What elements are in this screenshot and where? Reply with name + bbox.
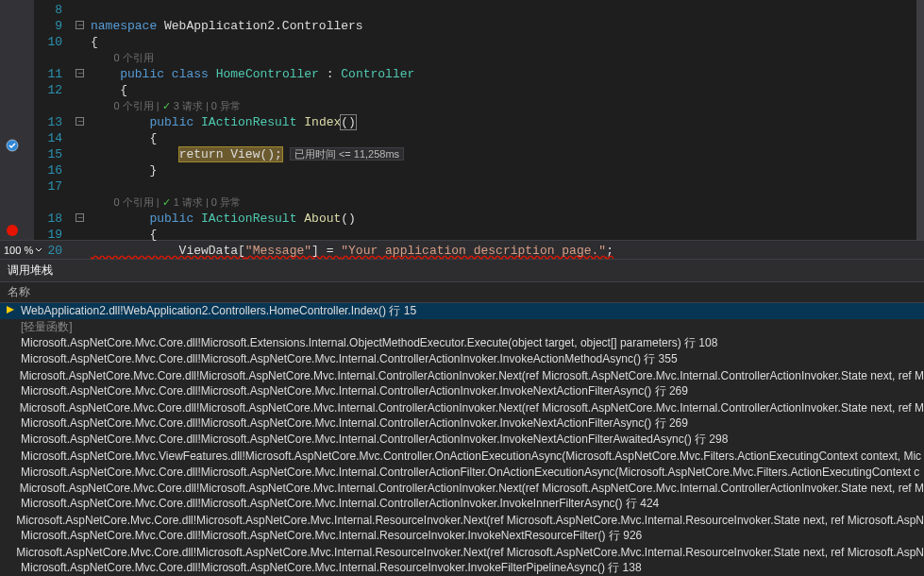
codelens-indicator[interactable]: 0 个引用 | ✓ 1 请求 | 0 异常	[91, 195, 924, 211]
intellitrace-icon[interactable]	[6, 139, 19, 152]
callstack-frame-text: Microsoft.AspNetCore.Mvc.Core.dll!Micros…	[19, 383, 688, 399]
code-line[interactable]: public IActionResult Index()	[91, 114, 924, 130]
callstack-frame-text: Microsoft.AspNetCore.Mvc.Core.dll!Micros…	[18, 401, 924, 415]
callstack-frame[interactable]: Microsoft.AspNetCore.Mvc.Core.dll!Micros…	[0, 480, 924, 496]
line-number	[34, 98, 62, 114]
callstack-frame-text: Microsoft.AspNetCore.Mvc.Core.dll!Micros…	[18, 482, 924, 495]
callstack-frame[interactable]: Microsoft.AspNetCore.Mvc.Core.dll!Micros…	[0, 560, 924, 576]
callstack-frame[interactable]: Microsoft.AspNetCore.Mvc.Core.dll!Micros…	[0, 383, 924, 399]
callstack-frame-text: WebApplication2.dll!WebApplication2.Cont…	[19, 303, 416, 319]
code-line[interactable]: namespace WebApplication2.Controllers	[91, 18, 924, 34]
code-line[interactable]: return View();已用时间 <= 11,258ms	[91, 146, 924, 162]
callstack-frame-text: [轻量函数]	[19, 319, 73, 335]
code-line[interactable]: {	[91, 82, 924, 98]
callstack-frame-text: Microsoft.AspNetCore.Mvc.Core.dll!Micros…	[19, 432, 728, 448]
callstack-frame-text: Microsoft.AspNetCore.Mvc.Core.dll!Micros…	[19, 415, 688, 432]
callstack-frame[interactable]: Microsoft.AspNetCore.Mvc.Core.dll!Micros…	[0, 367, 924, 383]
outline-collapse-icon[interactable]	[76, 117, 84, 126]
code-line[interactable]: {	[91, 227, 924, 243]
line-number: 19	[34, 227, 62, 243]
callstack-frame[interactable]: Microsoft.AspNetCore.Mvc.Core.dll!Micros…	[0, 528, 924, 544]
line-number: 14	[34, 130, 62, 146]
callstack-frame-text: Microsoft.AspNetCore.Mvc.Core.dll!Micros…	[19, 560, 642, 576]
callstack-frame[interactable]: Microsoft.AspNetCore.Mvc.Core.dll!Micros…	[0, 496, 924, 512]
line-number	[34, 50, 62, 66]
code-line[interactable]: public class HomeController : Controller	[91, 66, 924, 82]
line-number: 13	[34, 114, 62, 130]
current-frame-arrow-icon	[2, 304, 19, 318]
callstack-frame[interactable]: Microsoft.AspNetCore.Mvc.Core.dll!Micros…	[0, 464, 924, 480]
code-line[interactable]: public IActionResult About()	[91, 211, 924, 227]
callstack-frame-text: Microsoft.AspNetCore.Mvc.Core.dll!Micros…	[18, 369, 924, 382]
callstack-frame[interactable]: WebApplication2.dll!WebApplication2.Cont…	[0, 303, 924, 319]
outline-collapse-icon[interactable]	[76, 69, 84, 77]
elapsed-time-tooltip[interactable]: 已用时间 <= 11,258ms	[290, 147, 404, 161]
line-number-gutter: 891011121314151617181920	[34, 0, 74, 240]
zoom-value: 100 %	[4, 245, 33, 256]
callstack-frame[interactable]: Microsoft.AspNetCore.Mvc.Core.dll!Micros…	[0, 351, 924, 367]
line-number: 10	[34, 34, 62, 50]
outline-collapse-icon[interactable]	[76, 213, 84, 222]
callstack-frame[interactable]: [轻量函数]	[0, 319, 924, 335]
callstack-frame-text: Microsoft.AspNetCore.Mvc.Core.dll!Micros…	[14, 514, 924, 527]
callstack-panel-title[interactable]: 调用堆栈	[0, 259, 924, 282]
outline-margin[interactable]	[74, 0, 91, 240]
code-line[interactable]: {	[91, 34, 924, 50]
codelens-indicator[interactable]: 0 个引用	[91, 50, 924, 66]
callstack-frame[interactable]: Microsoft.AspNetCore.Mvc.Core.dll!Micros…	[0, 399, 924, 415]
callstack-frame-text: Microsoft.AspNetCore.Mvc.Core.dll!Micros…	[19, 496, 659, 512]
vertical-scrollbar[interactable]	[916, 0, 924, 240]
callstack-frame[interactable]: Microsoft.AspNetCore.Mvc.Core.dll!Micros…	[0, 415, 924, 432]
line-number: 9	[34, 18, 62, 34]
callstack-frame[interactable]: Microsoft.AspNetCore.Mvc.ViewFeatures.dl…	[0, 448, 924, 464]
line-number: 15	[34, 146, 62, 162]
line-number	[34, 195, 62, 211]
callstack-frame-text: Microsoft.AspNetCore.Mvc.Core.dll!Micros…	[19, 528, 642, 544]
breakpoint-margin[interactable]	[0, 0, 34, 240]
callstack-frame[interactable]: Microsoft.AspNetCore.Mvc.Core.dll!Micros…	[0, 512, 924, 528]
line-number: 17	[34, 178, 62, 195]
callstack-frame-text: Microsoft.AspNetCore.Mvc.Core.dll!Micros…	[19, 351, 678, 367]
callstack-frame[interactable]: Microsoft.AspNetCore.Mvc.Core.dll!Micros…	[0, 335, 924, 351]
line-number: 16	[34, 162, 62, 178]
code-content[interactable]: namespace WebApplication2.Controllers{ 0…	[91, 0, 924, 240]
svg-point-1	[7, 225, 18, 236]
callstack-list[interactable]: WebApplication2.dll!WebApplication2.Cont…	[0, 303, 924, 576]
callstack-frame[interactable]: Microsoft.AspNetCore.Mvc.Core.dll!Micros…	[0, 544, 924, 560]
line-number: 11	[34, 66, 62, 82]
code-line[interactable]: {	[91, 130, 924, 146]
line-number: 8	[34, 2, 62, 18]
outline-collapse-icon[interactable]	[76, 21, 84, 29]
line-number: 12	[34, 82, 62, 98]
codelens-indicator[interactable]: 0 个引用 | ✓ 3 请求 | 0 异常	[91, 98, 924, 114]
code-line[interactable]: }	[91, 162, 924, 178]
code-line[interactable]	[91, 2, 924, 18]
line-number: 18	[34, 211, 62, 227]
code-editor[interactable]: 891011121314151617181920 namespace WebAp…	[0, 0, 924, 240]
code-line[interactable]: ViewData["Message"] = "Your application …	[91, 243, 924, 259]
callstack-column-header[interactable]: 名称	[0, 282, 924, 303]
breakpoint-icon[interactable]	[6, 224, 19, 237]
callstack-frame-text: Microsoft.AspNetCore.Mvc.Core.dll!Micros…	[19, 335, 717, 351]
callstack-frame-text: Microsoft.AspNetCore.Mvc.ViewFeatures.dl…	[19, 449, 921, 463]
callstack-frame[interactable]: Microsoft.AspNetCore.Mvc.Core.dll!Micros…	[0, 432, 924, 448]
line-number: 20	[34, 243, 62, 259]
callstack-frame-text: Microsoft.AspNetCore.Mvc.Core.dll!Micros…	[19, 466, 919, 479]
code-line[interactable]	[91, 178, 924, 195]
callstack-frame-text: Microsoft.AspNetCore.Mvc.Core.dll!Micros…	[14, 546, 924, 559]
